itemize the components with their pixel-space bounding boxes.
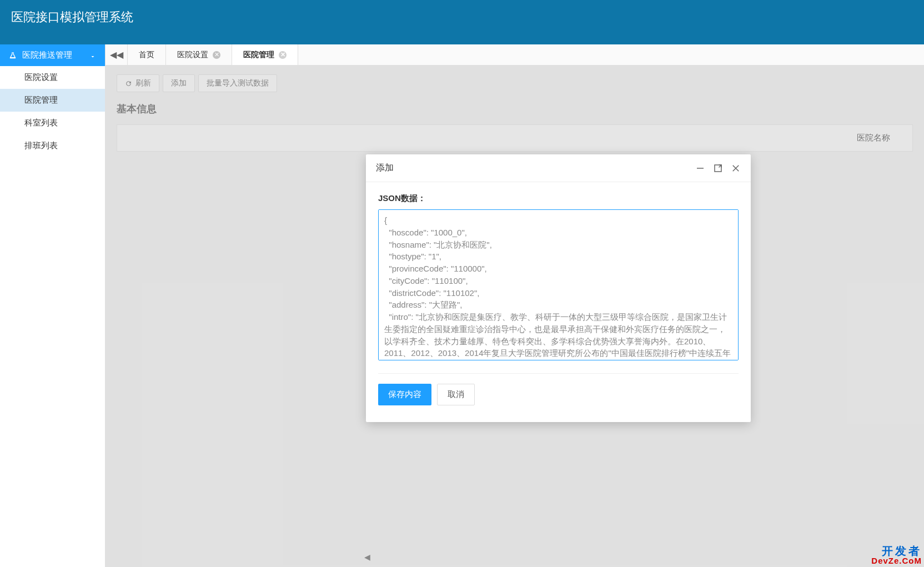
divider [378, 373, 739, 374]
tab-label: 医院管理 [243, 50, 274, 60]
svg-rect-0 [697, 168, 704, 169]
tab-hospital-manage[interactable]: 医院管理 ✕ [232, 44, 298, 65]
sidebar-section-label: 医院推送管理 [22, 50, 72, 61]
modal-header: 添加 [366, 154, 751, 182]
maximize-icon[interactable] [713, 163, 723, 173]
app-title: 医院接口模拟管理系统 [11, 9, 133, 26]
tab-label: 医院设置 [177, 50, 208, 60]
cancel-button[interactable]: 取消 [437, 384, 475, 405]
tabs-collapse-button[interactable]: ◀◀ [106, 44, 128, 65]
json-textarea[interactable] [378, 209, 739, 360]
app-header: 医院接口模拟管理系统 [0, 0, 924, 44]
sidebar-item-department-list[interactable]: 科室列表 [0, 112, 105, 134]
sidebar-section-header[interactable]: 医院推送管理 [0, 44, 105, 66]
sidebar-item-hospital-settings[interactable]: 医院设置 [0, 66, 105, 89]
sidebar: 医院推送管理 医院设置 医院管理 科室列表 排班列表 [0, 44, 106, 567]
close-icon[interactable]: ✕ [279, 51, 287, 59]
add-modal: 添加 JSON数据： 保存内容 取消 [366, 154, 751, 422]
double-chevron-left-icon: ◀◀ [110, 49, 123, 60]
scroll-left-indicator[interactable]: ◀ [364, 553, 370, 561]
json-label: JSON数据： [378, 193, 739, 204]
modal-title: 添加 [376, 162, 394, 174]
tabs-bar: ◀◀ 首页 医院设置 ✕ 医院管理 ✕ [106, 44, 924, 66]
tab-home[interactable]: 首页 [128, 44, 166, 65]
close-icon[interactable]: ✕ [213, 51, 220, 59]
tab-hospital-settings[interactable]: 医院设置 ✕ [166, 44, 232, 65]
flask-icon [9, 51, 17, 60]
sidebar-item-hospital-manage[interactable]: 医院管理 [0, 89, 105, 112]
minimize-icon[interactable] [695, 163, 705, 173]
save-button[interactable]: 保存内容 [378, 384, 431, 405]
close-icon[interactable] [731, 163, 741, 173]
tab-label: 首页 [139, 50, 154, 60]
chevron-down-icon [89, 52, 96, 59]
sidebar-item-schedule-list[interactable]: 排班列表 [0, 134, 105, 157]
watermark: 开发者 DevZe.CoM [871, 545, 922, 565]
